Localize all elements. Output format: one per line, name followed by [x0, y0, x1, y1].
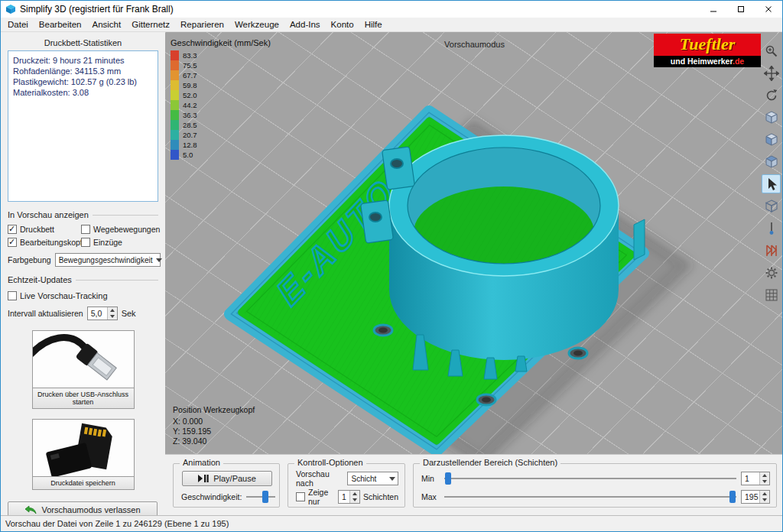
spin-down-button[interactable]: [108, 313, 117, 320]
slider-thumb[interactable]: [729, 491, 736, 503]
max-layer-slider[interactable]: [444, 491, 736, 503]
save-print-file-button[interactable]: Druckdatei speichern: [33, 476, 134, 489]
farbgebung-select[interactable]: Bewegungsgeschwindigkeit: [55, 253, 161, 267]
checkbox-box: [81, 225, 90, 234]
legend-color-swatch: [171, 60, 179, 70]
menu-item-reparieren[interactable]: Reparieren: [175, 18, 229, 31]
save-file-card: Druckdatei speichern: [32, 419, 135, 490]
screw-hole: [477, 394, 495, 405]
triangle-down-icon: [762, 480, 767, 483]
spin-up-button[interactable]: [108, 307, 117, 313]
menu-item-datei[interactable]: Datei: [2, 18, 34, 31]
select-arrow-icon[interactable]: [762, 174, 781, 193]
chevron-down-icon: [389, 477, 395, 481]
min-layer-slider[interactable]: [444, 472, 736, 485]
legend-value: 59.8: [183, 81, 197, 89]
support-icon[interactable]: [762, 241, 781, 260]
checkbox-label: Druckbett: [20, 225, 54, 234]
pan-icon[interactable]: [762, 63, 781, 83]
show-only-spinbox[interactable]: 1: [338, 490, 360, 504]
menu-item-hilfe[interactable]: Hilfe: [359, 18, 388, 31]
play-pause-icon: [198, 475, 209, 482]
zoom-icon[interactable]: [762, 41, 781, 60]
spin-buttons[interactable]: [759, 472, 769, 485]
slider-track[interactable]: [246, 496, 275, 498]
slider-track[interactable]: [444, 496, 736, 498]
max-layer-spinbox[interactable]: 195: [741, 490, 770, 504]
logo-subtitle: und Heimwerker.de: [654, 56, 761, 67]
checkbox-box: [8, 225, 17, 234]
menu-item-konto[interactable]: Konto: [326, 18, 359, 31]
checkbox-einzuege[interactable]: Einzüge: [81, 238, 158, 247]
legend-value: 52.0: [183, 91, 197, 99]
min-layer-spinbox[interactable]: 1: [741, 472, 770, 485]
view-front-cube-icon[interactable]: [762, 130, 781, 149]
checkbox-druckbett[interactable]: Druckbett: [8, 225, 81, 234]
speed-label: Geschwindigkeit:: [181, 492, 242, 501]
legend-row: 20.7: [171, 130, 271, 140]
checkbox-label: Einzüge: [93, 238, 122, 247]
grid-icon[interactable]: [762, 285, 781, 304]
spin-up-button[interactable]: [760, 472, 769, 478]
animation-group: Animation Play/Pause Geschwindigkeit:: [173, 463, 280, 508]
legend-row: 36.3: [171, 110, 271, 120]
wireframe-cube-icon[interactable]: [762, 196, 781, 216]
spin-buttons[interactable]: [349, 491, 359, 503]
close-icon: [765, 5, 772, 13]
viewport-3d[interactable]: E-AUTO: [165, 32, 783, 454]
maximize-button[interactable]: [727, 1, 755, 18]
speed-slider[interactable]: [246, 491, 275, 503]
triangle-up-icon: [762, 492, 767, 495]
spin-buttons[interactable]: [107, 307, 117, 320]
farbgebung-value: Bewegungsgeschwindigkeit: [59, 256, 153, 264]
layer-range-title: Darzustellender Bereich (Schichten): [420, 458, 560, 467]
legend-value: 20.7: [183, 131, 197, 139]
view-top-cube-icon[interactable]: [762, 152, 781, 171]
settings-gear-icon[interactable]: [762, 263, 781, 282]
play-pause-label: Play/Pause: [213, 474, 256, 483]
interval-spinbox[interactable]: 5,0: [87, 307, 118, 320]
checkbox-label: Bearbeitungskopf: [20, 238, 83, 247]
checkbox-wegebewegungen[interactable]: Wegebewegungen: [81, 225, 158, 234]
menu-item-gitternetz[interactable]: Gitternetz: [126, 18, 175, 31]
preview-sidebar: Druckbett-Statistiken Druckzeit: 9 hours…: [1, 32, 165, 515]
minimize-button[interactable]: [700, 1, 727, 18]
checkbox-label: Wegebewegungen: [93, 225, 160, 234]
checkbox-box: [81, 238, 90, 247]
spin-up-button[interactable]: [350, 491, 359, 497]
legend-row: 83.3: [171, 50, 271, 60]
menu-item-werkzeuge[interactable]: Werkzeuge: [229, 18, 284, 31]
rotate-icon[interactable]: [762, 86, 781, 105]
spin-down-button[interactable]: [350, 497, 359, 503]
slider-thumb[interactable]: [262, 491, 268, 503]
probe-icon[interactable]: [762, 219, 781, 238]
print-stats-box: Druckzeit: 9 hours 21 minutes Rohfadenlä…: [8, 50, 158, 202]
legend-row: 75.5: [171, 60, 271, 70]
preview-by-select[interactable]: Schicht: [347, 472, 398, 485]
legend-value: 28.5: [183, 121, 197, 129]
menu-item-addins[interactable]: Add-Ins: [284, 18, 326, 31]
checkbox-show-only[interactable]: Zeige nur: [296, 488, 335, 506]
checkbox-live-tracking[interactable]: Live Vorschau-Tracking: [8, 291, 158, 300]
checkbox-bearbeitungskopf[interactable]: Bearbeitungskopf: [8, 238, 81, 247]
legend-value: 5.0: [183, 151, 193, 159]
spin-down-button[interactable]: [760, 478, 769, 485]
play-pause-button[interactable]: Play/Pause: [182, 471, 272, 486]
menu-item-bearbeiten[interactable]: Bearbeiten: [34, 18, 87, 31]
logo-domain-suffix: .de: [733, 57, 744, 66]
spin-buttons[interactable]: [759, 491, 769, 503]
triangle-down-icon: [762, 498, 767, 501]
legend-row: 5.0: [171, 150, 271, 160]
view-iso-cube-icon[interactable]: [762, 108, 781, 127]
menu-item-ansicht[interactable]: Ansicht: [86, 18, 126, 31]
menu-bar: Datei Bearbeiten Ansicht Gitternetz Repa…: [1, 18, 782, 32]
preview-by-value: Schicht: [351, 475, 376, 483]
spin-down-button[interactable]: [760, 497, 769, 503]
triangle-up-icon: [353, 492, 357, 495]
layers-label: Schichten: [363, 492, 398, 501]
slider-thumb[interactable]: [445, 472, 451, 485]
spin-up-button[interactable]: [760, 491, 769, 497]
slider-track[interactable]: [444, 478, 736, 479]
usb-print-button[interactable]: Drucken über USB-Anschluss starten: [33, 388, 134, 408]
close-button[interactable]: [755, 1, 782, 18]
